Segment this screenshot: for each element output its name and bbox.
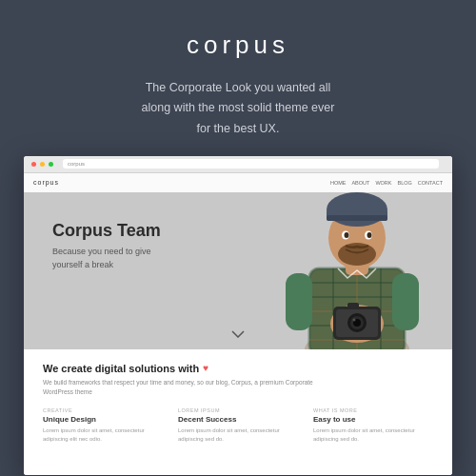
svg-point-31 (353, 318, 356, 321)
nav-link: BLOG (398, 180, 412, 186)
feature-text-3: Lorem ipsum dolor sit amet, consectetur … (313, 426, 433, 444)
screenshot-preview: corpus corpus HOME ABOUT WORK BLOG CONTA… (24, 156, 452, 475)
hero-title: Corpus Team (52, 221, 176, 242)
logo: corpus (186, 27, 290, 63)
hero-subtitle: Because you need to give yourself a brea… (52, 246, 176, 271)
tagline: The Corporate Look you wanted all along … (133, 78, 343, 139)
svg-rect-32 (347, 303, 359, 309)
url-bar: corpus (63, 159, 439, 169)
feature-tag-2: Lorem ipsum (178, 407, 298, 413)
chevron-down-icon[interactable] (231, 325, 245, 342)
maximize-dot (49, 162, 53, 167)
hero-text: Corpus Team Because you need to give you… (52, 221, 176, 272)
minimize-dot (40, 162, 45, 167)
svg-point-22 (367, 232, 372, 238)
content-section: We create digital solutions with ♥ We bu… (24, 349, 452, 475)
close-dot (31, 162, 36, 167)
svg-rect-18 (327, 215, 387, 221)
header: corpus The Corporate Look you wanted all… (0, 0, 476, 156)
feature-columns: Creative Unique Design Lorem ipsum dolor… (43, 407, 433, 444)
content-title-text: We create digital solutions with (43, 363, 199, 374)
url-text: corpus (68, 161, 85, 167)
nav-link: ABOUT (351, 180, 369, 186)
nav-link: WORK (375, 180, 391, 186)
nav-links: HOME ABOUT WORK BLOG CONTACT (330, 180, 443, 186)
feature-tag-1: Creative (43, 407, 163, 413)
nav-link: HOME (330, 180, 347, 186)
feature-col-1: Creative Unique Design Lorem ipsum dolor… (43, 407, 163, 444)
nav-link: CONTACT (418, 180, 443, 186)
svg-rect-23 (286, 273, 312, 330)
person-image (281, 183, 433, 349)
feature-text-1: Lorem ipsum dolor sit amet, consectetur … (43, 426, 163, 444)
content-description: We build frameworks that respect your ti… (43, 378, 328, 397)
inner-logo: corpus (33, 179, 59, 186)
hero-section: corpus HOME ABOUT WORK BLOG CONTACT Corp… (24, 173, 452, 349)
corpus-logo: corpus (186, 27, 290, 63)
browser-chrome: corpus (24, 156, 452, 173)
feature-col-2: Lorem ipsum Decent Success Lorem ipsum d… (178, 407, 298, 444)
svg-text:corpus: corpus (187, 30, 289, 59)
svg-point-21 (345, 232, 349, 238)
heart-icon: ♥ (203, 363, 208, 373)
feature-text-2: Lorem ipsum dolor sit amet, consectetur … (178, 426, 298, 444)
person-svg (281, 183, 433, 349)
content-title: We create digital solutions with ♥ (43, 363, 433, 374)
feature-tag-3: What is more (313, 407, 433, 413)
feature-title-2: Decent Success (178, 415, 298, 424)
svg-rect-24 (392, 273, 419, 330)
inner-navigation: corpus HOME ABOUT WORK BLOG CONTACT (24, 173, 452, 192)
feature-title-3: Easy to use (313, 415, 433, 424)
feature-title-1: Unique Design (43, 415, 163, 424)
feature-col-3: What is more Easy to use Lorem ipsum dol… (313, 407, 433, 444)
